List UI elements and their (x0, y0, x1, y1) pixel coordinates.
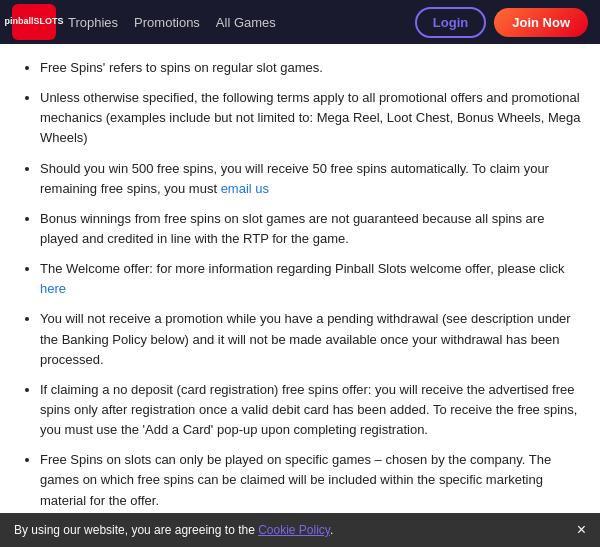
list-item: If claiming a no deposit (card registrat… (40, 380, 582, 440)
list-item: Unless otherwise specified, the followin… (40, 88, 582, 148)
list-item: Should you win 500 free spins, you will … (40, 159, 582, 199)
cookie-close-button[interactable]: × (577, 522, 586, 538)
login-button[interactable]: Login (415, 7, 486, 38)
email-us-link[interactable]: email us (221, 181, 269, 196)
cookie-banner: By using our website, you are agreeing t… (0, 513, 600, 547)
terms-list: Free Spins' refers to spins on regular s… (18, 58, 582, 547)
nav-promotions[interactable]: Promotions (134, 15, 200, 30)
header-actions: Login Join Now (415, 7, 588, 38)
here-link[interactable]: here (40, 281, 66, 296)
nav-trophies[interactable]: Trophies (68, 15, 118, 30)
join-button[interactable]: Join Now (494, 8, 588, 37)
nav-all-games[interactable]: All Games (216, 15, 276, 30)
header: pinball SLOTS Trophies Promotions All Ga… (0, 0, 600, 44)
list-item: Free Spins' refers to spins on regular s… (40, 58, 582, 78)
main-nav: Trophies Promotions All Games (68, 15, 415, 30)
logo-image: pinball SLOTS (12, 4, 56, 40)
list-item: Free Spins on slots can only be played o… (40, 450, 582, 510)
cookie-text: By using our website, you are agreeing t… (14, 523, 560, 537)
list-item: The Welcome offer: for more information … (40, 259, 582, 299)
list-item: You will not receive a promotion while y… (40, 309, 582, 369)
logo: pinball SLOTS (12, 4, 56, 40)
cookie-policy-link[interactable]: Cookie Policy (258, 523, 330, 537)
list-item: Bonus winnings from free spins on slot g… (40, 209, 582, 249)
main-content: Free Spins' refers to spins on regular s… (0, 44, 600, 547)
